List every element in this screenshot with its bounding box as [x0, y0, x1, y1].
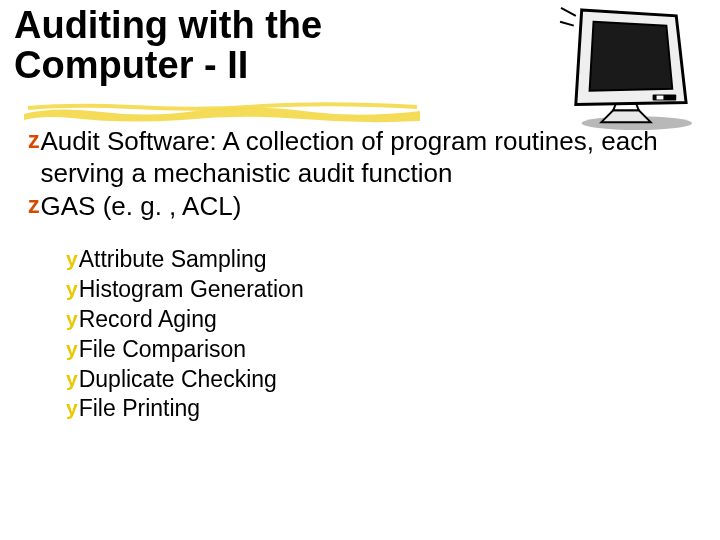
- y-bullet-icon: y: [66, 365, 78, 392]
- sub-bullet-list: y Attribute Sampling y Histogram Generat…: [14, 245, 706, 424]
- sub-bullet-text: File Comparison: [79, 335, 246, 365]
- svg-rect-1: [653, 95, 677, 101]
- y-bullet-icon: y: [66, 275, 78, 302]
- y-bullet-icon: y: [66, 305, 78, 332]
- y-bullet-icon: y: [66, 335, 78, 362]
- sub-bullet-text: Duplicate Checking: [79, 365, 277, 395]
- sub-bullet-3: y File Comparison: [66, 335, 706, 365]
- z-bullet-icon: z: [28, 126, 40, 155]
- sub-bullet-text: Attribute Sampling: [79, 245, 267, 275]
- main-bullet-text: Audit Software: A collection of program …: [41, 126, 707, 189]
- sub-bullet-text: Record Aging: [79, 305, 217, 335]
- slide-title: Auditing with the Computer - II: [14, 6, 706, 86]
- sub-bullet-text: Histogram Generation: [79, 275, 304, 305]
- sub-bullet-0: y Attribute Sampling: [66, 245, 706, 275]
- svg-rect-2: [657, 96, 664, 100]
- slide-title-line1: Auditing with the: [14, 4, 322, 46]
- main-bullet-1: z GAS (e. g. , ACL): [28, 191, 706, 223]
- sub-bullet-2: y Record Aging: [66, 305, 706, 335]
- z-bullet-icon: z: [28, 191, 40, 220]
- slide-title-line2: Computer - II: [14, 44, 248, 86]
- sub-bullet-5: y File Printing: [66, 394, 706, 424]
- main-bullet-0: z Audit Software: A collection of progra…: [28, 126, 706, 189]
- sub-bullet-1: y Histogram Generation: [66, 275, 706, 305]
- sub-bullet-text: File Printing: [79, 394, 200, 424]
- slide: Auditing with the Computer - II z Audit …: [0, 0, 720, 540]
- y-bullet-icon: y: [66, 394, 78, 421]
- title-highlight: [22, 102, 422, 124]
- main-bullet-text: GAS (e. g. , ACL): [41, 191, 242, 223]
- sub-bullet-4: y Duplicate Checking: [66, 365, 706, 395]
- slide-body: z Audit Software: A collection of progra…: [14, 126, 706, 425]
- y-bullet-icon: y: [66, 245, 78, 272]
